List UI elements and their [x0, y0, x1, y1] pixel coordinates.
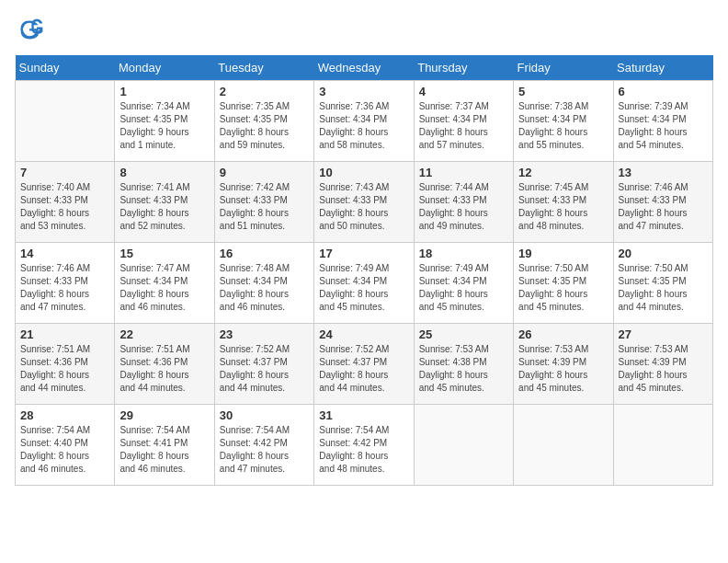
day-info: Sunrise: 7:43 AM Sunset: 4:33 PM Dayligh…: [319, 181, 408, 233]
day-cell: 26Sunrise: 7:53 AM Sunset: 4:39 PM Dayli…: [514, 324, 613, 405]
day-info: Sunrise: 7:47 AM Sunset: 4:34 PM Dayligh…: [119, 262, 209, 314]
day-cell: 20Sunrise: 7:50 AM Sunset: 4:35 PM Dayli…: [613, 243, 712, 324]
day-cell: 1Sunrise: 7:34 AM Sunset: 4:35 PM Daylig…: [115, 81, 214, 162]
day-cell: 29Sunrise: 7:54 AM Sunset: 4:41 PM Dayli…: [115, 405, 214, 486]
day-cell: 16Sunrise: 7:48 AM Sunset: 4:34 PM Dayli…: [214, 243, 313, 324]
logo: [15, 15, 48, 44]
day-cell: 8Sunrise: 7:41 AM Sunset: 4:33 PM Daylig…: [115, 162, 214, 243]
day-cell: 9Sunrise: 7:42 AM Sunset: 4:33 PM Daylig…: [214, 162, 313, 243]
day-info: Sunrise: 7:49 AM Sunset: 4:34 PM Dayligh…: [419, 262, 508, 314]
header-cell-wednesday: Wednesday: [314, 55, 414, 81]
day-info: Sunrise: 7:54 AM Sunset: 4:42 PM Dayligh…: [319, 424, 408, 476]
day-number: 28: [20, 408, 109, 422]
day-cell: [514, 405, 613, 486]
day-number: 19: [518, 247, 608, 260]
day-cell: [414, 405, 513, 486]
day-cell: 27Sunrise: 7:53 AM Sunset: 4:39 PM Dayli…: [613, 324, 712, 405]
header-cell-sunday: Sunday: [16, 55, 115, 81]
day-info: Sunrise: 7:54 AM Sunset: 4:41 PM Dayligh…: [119, 424, 209, 476]
day-cell: [16, 81, 115, 162]
day-number: 7: [20, 166, 109, 179]
day-info: Sunrise: 7:51 AM Sunset: 4:36 PM Dayligh…: [20, 343, 109, 395]
week-row-1: 1Sunrise: 7:34 AM Sunset: 4:35 PM Daylig…: [16, 81, 713, 162]
day-cell: 30Sunrise: 7:54 AM Sunset: 4:42 PM Dayli…: [214, 405, 313, 486]
day-number: 18: [419, 247, 508, 260]
day-number: 14: [20, 247, 109, 260]
header-cell-friday: Friday: [514, 55, 613, 81]
day-cell: [613, 405, 712, 486]
day-cell: 6Sunrise: 7:39 AM Sunset: 4:34 PM Daylig…: [613, 81, 712, 162]
day-number: 9: [220, 166, 309, 179]
header-cell-saturday: Saturday: [613, 55, 712, 81]
day-info: Sunrise: 7:46 AM Sunset: 4:33 PM Dayligh…: [619, 181, 708, 233]
day-cell: 22Sunrise: 7:51 AM Sunset: 4:36 PM Dayli…: [115, 324, 214, 405]
day-cell: 2Sunrise: 7:35 AM Sunset: 4:35 PM Daylig…: [214, 81, 313, 162]
day-number: 23: [220, 327, 309, 341]
day-info: Sunrise: 7:44 AM Sunset: 4:33 PM Dayligh…: [419, 181, 508, 233]
day-info: Sunrise: 7:45 AM Sunset: 4:33 PM Dayligh…: [518, 181, 608, 233]
day-number: 20: [619, 247, 708, 260]
day-cell: 23Sunrise: 7:52 AM Sunset: 4:37 PM Dayli…: [214, 324, 313, 405]
header-row: SundayMondayTuesdayWednesdayThursdayFrid…: [16, 55, 713, 81]
day-cell: 31Sunrise: 7:54 AM Sunset: 4:42 PM Dayli…: [314, 405, 414, 486]
day-cell: 25Sunrise: 7:53 AM Sunset: 4:38 PM Dayli…: [414, 324, 513, 405]
day-cell: 7Sunrise: 7:40 AM Sunset: 4:33 PM Daylig…: [16, 162, 115, 243]
day-info: Sunrise: 7:38 AM Sunset: 4:34 PM Dayligh…: [518, 100, 608, 152]
day-number: 12: [518, 166, 608, 179]
day-number: 5: [518, 85, 608, 98]
day-number: 31: [319, 408, 408, 422]
day-number: 8: [119, 166, 209, 179]
day-cell: 19Sunrise: 7:50 AM Sunset: 4:35 PM Dayli…: [514, 243, 613, 324]
day-cell: 3Sunrise: 7:36 AM Sunset: 4:34 PM Daylig…: [314, 81, 414, 162]
day-number: 22: [119, 327, 209, 341]
day-number: 15: [119, 247, 209, 260]
week-row-2: 7Sunrise: 7:40 AM Sunset: 4:33 PM Daylig…: [16, 162, 713, 243]
day-info: Sunrise: 7:48 AM Sunset: 4:34 PM Dayligh…: [220, 262, 309, 314]
day-info: Sunrise: 7:34 AM Sunset: 4:35 PM Dayligh…: [119, 100, 209, 152]
day-info: Sunrise: 7:40 AM Sunset: 4:33 PM Dayligh…: [20, 181, 109, 233]
week-row-5: 28Sunrise: 7:54 AM Sunset: 4:40 PM Dayli…: [16, 405, 713, 486]
week-row-3: 14Sunrise: 7:46 AM Sunset: 4:33 PM Dayli…: [16, 243, 713, 324]
day-number: 2: [220, 85, 309, 98]
day-cell: 21Sunrise: 7:51 AM Sunset: 4:36 PM Dayli…: [16, 324, 115, 405]
day-cell: 13Sunrise: 7:46 AM Sunset: 4:33 PM Dayli…: [613, 162, 712, 243]
day-info: Sunrise: 7:39 AM Sunset: 4:34 PM Dayligh…: [619, 100, 708, 152]
day-info: Sunrise: 7:42 AM Sunset: 4:33 PM Dayligh…: [220, 181, 309, 233]
day-cell: 18Sunrise: 7:49 AM Sunset: 4:34 PM Dayli…: [414, 243, 513, 324]
day-number: 16: [220, 247, 309, 260]
day-cell: 15Sunrise: 7:47 AM Sunset: 4:34 PM Dayli…: [115, 243, 214, 324]
header: [15, 15, 713, 44]
day-cell: 10Sunrise: 7:43 AM Sunset: 4:33 PM Dayli…: [314, 162, 414, 243]
week-row-4: 21Sunrise: 7:51 AM Sunset: 4:36 PM Dayli…: [16, 324, 713, 405]
day-info: Sunrise: 7:53 AM Sunset: 4:39 PM Dayligh…: [619, 343, 708, 395]
day-cell: 11Sunrise: 7:44 AM Sunset: 4:33 PM Dayli…: [414, 162, 513, 243]
day-number: 29: [119, 408, 209, 422]
day-number: 25: [419, 327, 508, 341]
day-cell: 17Sunrise: 7:49 AM Sunset: 4:34 PM Dayli…: [314, 243, 414, 324]
day-info: Sunrise: 7:51 AM Sunset: 4:36 PM Dayligh…: [119, 343, 209, 395]
day-cell: 28Sunrise: 7:54 AM Sunset: 4:40 PM Dayli…: [16, 405, 115, 486]
day-info: Sunrise: 7:53 AM Sunset: 4:39 PM Dayligh…: [518, 343, 608, 395]
day-info: Sunrise: 7:50 AM Sunset: 4:35 PM Dayligh…: [619, 262, 708, 314]
day-info: Sunrise: 7:53 AM Sunset: 4:38 PM Dayligh…: [419, 343, 508, 395]
day-cell: 12Sunrise: 7:45 AM Sunset: 4:33 PM Dayli…: [514, 162, 613, 243]
day-number: 4: [419, 85, 508, 98]
day-info: Sunrise: 7:52 AM Sunset: 4:37 PM Dayligh…: [319, 343, 408, 395]
day-cell: 14Sunrise: 7:46 AM Sunset: 4:33 PM Dayli…: [16, 243, 115, 324]
day-info: Sunrise: 7:37 AM Sunset: 4:34 PM Dayligh…: [419, 100, 508, 152]
calendar-table: SundayMondayTuesdayWednesdayThursdayFrid…: [15, 55, 713, 486]
day-number: 26: [518, 327, 608, 341]
day-info: Sunrise: 7:54 AM Sunset: 4:40 PM Dayligh…: [20, 424, 109, 476]
day-number: 27: [619, 327, 708, 341]
day-number: 24: [319, 327, 408, 341]
day-number: 13: [619, 166, 708, 179]
day-number: 30: [220, 408, 309, 422]
day-info: Sunrise: 7:52 AM Sunset: 4:37 PM Dayligh…: [220, 343, 309, 395]
day-info: Sunrise: 7:41 AM Sunset: 4:33 PM Dayligh…: [119, 181, 209, 233]
day-info: Sunrise: 7:54 AM Sunset: 4:42 PM Dayligh…: [220, 424, 309, 476]
header-cell-tuesday: Tuesday: [214, 55, 313, 81]
day-info: Sunrise: 7:46 AM Sunset: 4:33 PM Dayligh…: [20, 262, 109, 314]
header-cell-thursday: Thursday: [414, 55, 513, 81]
day-info: Sunrise: 7:49 AM Sunset: 4:34 PM Dayligh…: [319, 262, 408, 314]
header-cell-monday: Monday: [115, 55, 214, 81]
